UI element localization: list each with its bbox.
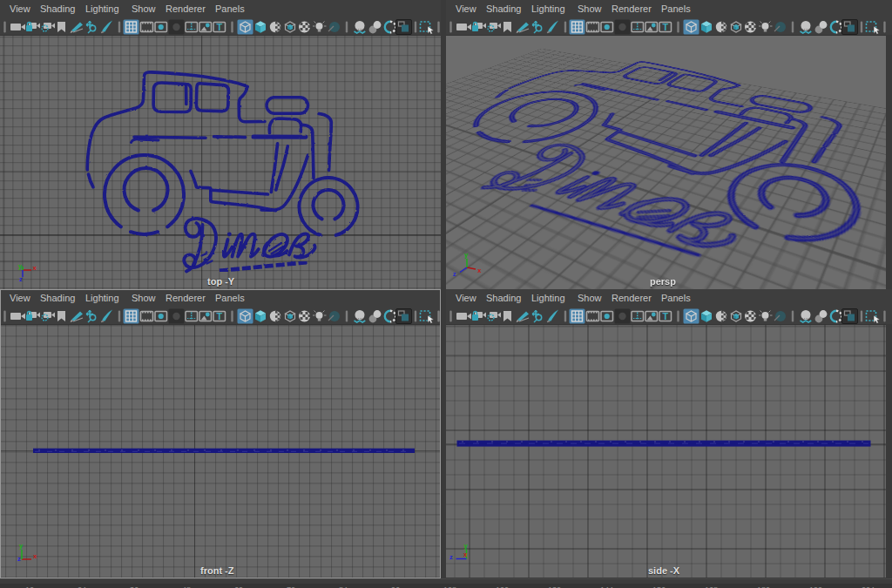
svg-text:z: z (449, 553, 453, 561)
svg-text:y: y (464, 251, 469, 259)
svg-text:x: x (477, 267, 482, 274)
svg-text:z: z (19, 275, 23, 283)
svg-text:x: x (33, 552, 37, 560)
svg-text:z: z (453, 270, 456, 278)
svg-text:y: y (19, 542, 24, 550)
svg-text:y: y (464, 542, 469, 550)
svg-text:x: x (33, 264, 37, 272)
svg-text:x: x (463, 551, 468, 558)
svg-text:y: y (18, 262, 23, 270)
svg-text:z: z (17, 555, 21, 563)
